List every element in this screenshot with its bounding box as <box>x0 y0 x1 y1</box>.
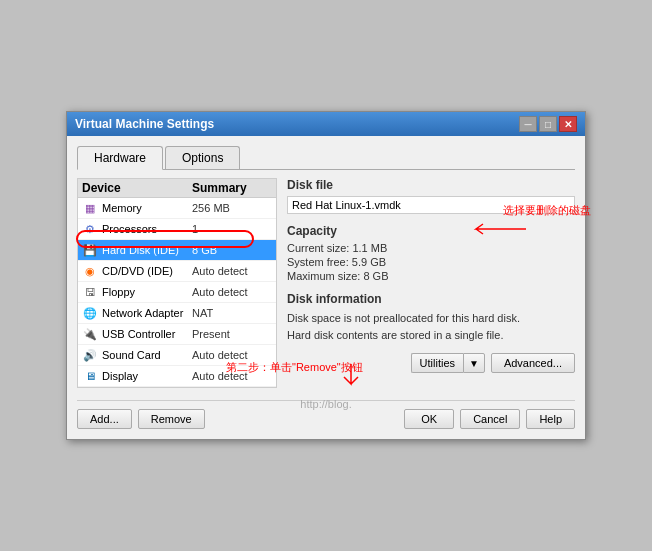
device-summary-cddvd: Auto detect <box>192 265 272 277</box>
maximum-size-label: Maximum size: <box>287 270 360 282</box>
bottom-left-buttons: Add... Remove <box>77 409 205 429</box>
system-free-label: System free: <box>287 256 349 268</box>
maximum-size-value: 8 GB <box>363 270 388 282</box>
device-summary-network: NAT <box>192 307 272 319</box>
bottom-right-buttons: OK Cancel Help <box>404 409 575 429</box>
title-bar: Virtual Machine Settings ─ □ ✕ <box>67 112 585 136</box>
device-row-network[interactable]: 🌐 Network Adapter NAT <box>78 303 276 324</box>
remove-button[interactable]: Remove <box>138 409 205 429</box>
tab-hardware[interactable]: Hardware <box>77 146 163 170</box>
capacity-section: Capacity Current size: 1.1 MB System fre… <box>287 224 575 282</box>
device-name-floppy: Floppy <box>102 286 192 298</box>
device-name-harddisk: Hard Disk (IDE) <box>102 244 192 256</box>
floppy-icon: 🖫 <box>82 284 98 300</box>
current-size-label: Current size: <box>287 242 349 254</box>
device-row-harddisk[interactable]: 💾 Hard Disk (IDE) 8 GB <box>78 240 276 261</box>
device-name-sound: Sound Card <box>102 349 192 361</box>
ok-button[interactable]: OK <box>404 409 454 429</box>
device-table: Device Summary ▦ Memory 256 MB ⚙ Pro <box>77 178 277 388</box>
device-name-memory: Memory <box>102 202 192 214</box>
watermark: http://blog. <box>300 398 351 410</box>
utilities-dropdown-arrow[interactable]: ▼ <box>463 353 485 373</box>
utilities-button[interactable]: Utilities <box>411 353 463 373</box>
disk-info-text: Disk space is not preallocated for this … <box>287 310 575 343</box>
minimize-button[interactable]: ─ <box>519 116 537 132</box>
device-panel: Device Summary ▦ Memory 256 MB ⚙ Pro <box>77 178 277 388</box>
col-summary-header: Summary <box>192 181 272 195</box>
callout-arrow-1 <box>471 219 531 239</box>
cd-icon: ◉ <box>82 263 98 279</box>
sound-icon: 🔊 <box>82 347 98 363</box>
window-content: Hardware Options Device Summary ▦ <box>67 136 585 439</box>
maximize-button[interactable]: □ <box>539 116 557 132</box>
device-row-usb[interactable]: 🔌 USB Controller Present <box>78 324 276 345</box>
help-button[interactable]: Help <box>526 409 575 429</box>
callout-text-1: 选择要删除的磁盘 <box>503 203 591 218</box>
device-row-processors[interactable]: ⚙ Processors 1 <box>78 219 276 240</box>
close-button[interactable]: ✕ <box>559 116 577 132</box>
device-name-usb: USB Controller <box>102 328 192 340</box>
device-name-cddvd: CD/DVD (IDE) <box>102 265 192 277</box>
usb-icon: 🔌 <box>82 326 98 342</box>
advanced-button[interactable]: Advanced... <box>491 353 575 373</box>
disk-info-line1: Disk space is not preallocated for this … <box>287 310 575 327</box>
main-area: Device Summary ▦ Memory 256 MB ⚙ Pro <box>77 178 575 388</box>
cancel-button[interactable]: Cancel <box>460 409 520 429</box>
device-row-floppy[interactable]: 🖫 Floppy Auto detect <box>78 282 276 303</box>
device-summary-memory: 256 MB <box>192 202 272 214</box>
add-button[interactable]: Add... <box>77 409 132 429</box>
title-bar-controls: ─ □ ✕ <box>519 116 577 132</box>
tab-options[interactable]: Options <box>165 146 240 169</box>
network-icon: 🌐 <box>82 305 98 321</box>
device-summary-floppy: Auto detect <box>192 286 272 298</box>
device-row-memory[interactable]: ▦ Memory 256 MB <box>78 198 276 219</box>
hdd-icon: 💾 <box>82 242 98 258</box>
device-row-cddvd[interactable]: ◉ CD/DVD (IDE) Auto detect <box>78 261 276 282</box>
disk-info-label: Disk information <box>287 292 575 306</box>
memory-icon: ▦ <box>82 200 98 216</box>
cpu-icon: ⚙ <box>82 221 98 237</box>
current-size-value: 1.1 MB <box>352 242 387 254</box>
disk-info-section: Disk information Disk space is not preal… <box>287 292 575 343</box>
system-free-line: System free: 5.9 GB <box>287 256 575 268</box>
system-free-value: 5.9 GB <box>352 256 386 268</box>
device-summary-usb: Present <box>192 328 272 340</box>
tab-bar: Hardware Options <box>77 146 575 170</box>
current-size-line: Current size: 1.1 MB <box>287 242 575 254</box>
col-device-header: Device <box>82 181 192 195</box>
window-title: Virtual Machine Settings <box>75 117 214 131</box>
device-name-processors: Processors <box>102 223 192 235</box>
device-name-display: Display <box>102 370 192 382</box>
disk-info-line2: Hard disk contents are stored in a singl… <box>287 327 575 344</box>
display-icon: 🖥 <box>82 368 98 384</box>
capacity-label: Capacity <box>287 224 575 238</box>
device-name-network: Network Adapter <box>102 307 192 319</box>
device-summary-processors: 1 <box>192 223 272 235</box>
callout-arrow-2 <box>331 362 371 392</box>
utilities-split-button: Utilities ▼ <box>411 353 485 373</box>
disk-file-label: Disk file <box>287 178 575 192</box>
maximum-size-line: Maximum size: 8 GB <box>287 270 575 282</box>
device-table-header: Device Summary <box>78 179 276 198</box>
device-summary-harddisk: 8 GB <box>192 244 272 256</box>
virtual-machine-settings-window: Virtual Machine Settings ─ □ ✕ Hardware … <box>66 111 586 440</box>
